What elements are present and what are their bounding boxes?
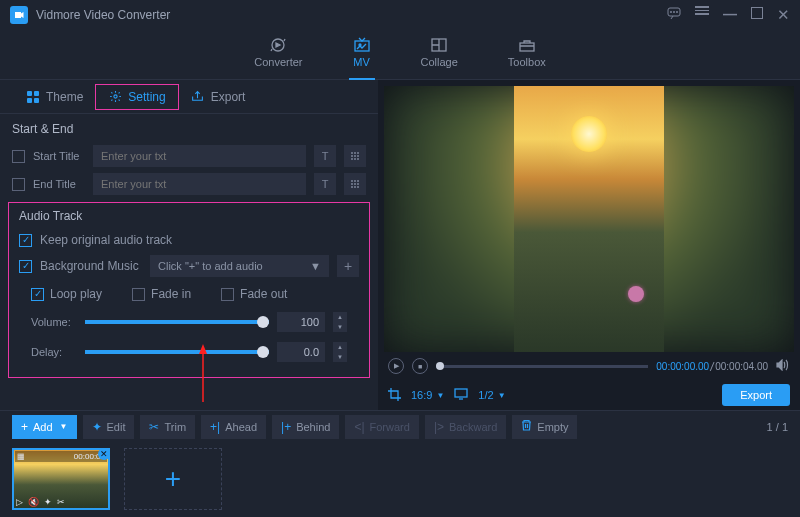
end-title-input[interactable] (93, 173, 306, 195)
delay-stepper[interactable]: ▲▼ (333, 342, 347, 362)
svg-point-28 (357, 183, 359, 185)
delay-slider[interactable] (85, 350, 269, 354)
svg-rect-10 (34, 91, 39, 96)
maximize-button[interactable] (751, 6, 763, 24)
clip-strip: ▦00:00:04 ▷ 🔇 ✦ ✂ ✕ + (0, 442, 800, 514)
svg-rect-8 (520, 43, 534, 51)
startend-title: Start & End (0, 114, 378, 142)
thumb-play-icon[interactable]: ▷ (16, 497, 23, 507)
svg-rect-32 (455, 389, 467, 397)
svg-point-24 (354, 180, 356, 182)
thumb-trim-icon[interactable]: ✂ (57, 497, 65, 507)
feedback-icon[interactable] (667, 6, 681, 24)
wand-icon: ✦ (92, 420, 102, 434)
ahead-button[interactable]: +|Ahead (201, 415, 266, 439)
stop-button[interactable]: ■ (412, 358, 428, 374)
delay-value[interactable]: 0.0 (277, 342, 325, 362)
preview-panel: ▶ ■ 00:00:00.00/00:00:04.00 16:9 ▼ 1/2 ▼… (378, 80, 800, 410)
volume-icon[interactable] (776, 359, 790, 373)
svg-rect-12 (34, 98, 39, 103)
trim-button[interactable]: ✂Trim (140, 415, 195, 439)
zoom-select[interactable]: 1/2 ▼ (478, 389, 505, 401)
remove-clip-button[interactable]: ✕ (98, 448, 110, 460)
svg-point-15 (354, 152, 356, 154)
close-button[interactable]: ✕ (777, 6, 790, 24)
thumb-mute-icon[interactable]: 🔇 (28, 497, 39, 507)
volume-stepper[interactable]: ▲▼ (333, 312, 347, 332)
add-audio-button[interactable]: + (337, 255, 359, 277)
converter-icon (269, 37, 287, 53)
svg-point-21 (354, 158, 356, 160)
svg-point-30 (354, 186, 356, 188)
fade-out-toggle[interactable]: Fade out (221, 287, 287, 301)
fadein-checkbox[interactable] (132, 288, 145, 301)
export-button[interactable]: Export (722, 384, 790, 406)
end-title-label: End Title (33, 178, 85, 190)
tab-setting[interactable]: Setting (95, 84, 178, 110)
volume-value[interactable]: 100 (277, 312, 325, 332)
loop-play-toggle[interactable]: Loop play (31, 287, 102, 301)
svg-point-25 (357, 180, 359, 182)
tab-export[interactable]: Export (179, 84, 258, 110)
titlebar: Vidmore Video Converter — ✕ (0, 0, 800, 30)
start-title-align-button[interactable] (344, 145, 366, 167)
add-button[interactable]: +Add▼ (12, 415, 77, 439)
volume-slider[interactable] (85, 320, 269, 324)
svg-point-16 (357, 152, 359, 154)
aspect-ratio-select[interactable]: 16:9 ▼ (411, 389, 444, 401)
add-clip-placeholder[interactable]: + (124, 448, 222, 510)
export-icon (191, 90, 205, 104)
menu-icon[interactable] (695, 6, 709, 24)
collage-icon (430, 37, 448, 53)
clip-thumbnail[interactable]: ▦00:00:04 ▷ 🔇 ✦ ✂ ✕ (12, 448, 110, 510)
svg-point-22 (357, 158, 359, 160)
svg-point-13 (114, 95, 117, 98)
end-title-checkbox[interactable] (12, 178, 25, 191)
keep-original-checkbox[interactable] (19, 234, 32, 247)
nav-toolbox[interactable]: Toolbox (508, 37, 546, 72)
svg-point-27 (354, 183, 356, 185)
start-title-label: Start Title (33, 150, 85, 162)
edit-button[interactable]: ✦Edit (83, 415, 135, 439)
fadeout-checkbox[interactable] (221, 288, 234, 301)
start-title-input[interactable] (93, 145, 306, 167)
page-indicator: 1 / 1 (767, 421, 788, 433)
volume-label: Volume: (31, 316, 77, 328)
start-title-checkbox[interactable] (12, 150, 25, 163)
start-title-text-style-button[interactable]: T (314, 145, 336, 167)
nav-collage[interactable]: Collage (421, 37, 458, 72)
screen-icon[interactable] (454, 388, 468, 402)
end-title-align-button[interactable] (344, 173, 366, 195)
fade-in-toggle[interactable]: Fade in (132, 287, 191, 301)
svg-point-3 (676, 11, 677, 12)
loop-checkbox[interactable] (31, 288, 44, 301)
top-nav: Converter MV Collage Toolbox (0, 30, 800, 80)
crop-icon[interactable] (388, 388, 401, 403)
thumb-effect-icon[interactable]: ✦ (44, 497, 52, 507)
bg-music-label: Background Music (40, 259, 142, 273)
theme-icon (26, 90, 40, 104)
mv-icon (353, 37, 371, 53)
end-title-text-style-button[interactable]: T (314, 173, 336, 195)
video-preview[interactable] (384, 86, 794, 352)
svg-point-14 (351, 152, 353, 154)
nav-converter[interactable]: Converter (254, 37, 302, 72)
chevron-down-icon: ▼ (310, 260, 321, 272)
nav-mv[interactable]: MV (353, 37, 371, 72)
svg-point-17 (351, 155, 353, 157)
forward-button[interactable]: <|Forward (345, 415, 418, 439)
settings-panel: Theme Setting Export Start & End Start T… (0, 80, 378, 410)
empty-button[interactable]: Empty (512, 415, 577, 439)
film-icon: ▦ (17, 452, 25, 461)
behind-button[interactable]: |+Behind (272, 415, 339, 439)
bg-music-dropdown[interactable]: Click "+" to add audio ▼ (150, 255, 329, 277)
seek-bar[interactable] (436, 365, 648, 368)
annotation-arrow (196, 344, 210, 404)
minimize-button[interactable]: — (723, 6, 737, 24)
svg-rect-11 (27, 98, 32, 103)
backward-button[interactable]: |>Backward (425, 415, 506, 439)
play-button[interactable]: ▶ (388, 358, 404, 374)
bg-music-checkbox[interactable] (19, 260, 32, 273)
tab-theme[interactable]: Theme (14, 84, 95, 110)
audio-title: Audio Track (13, 209, 365, 229)
